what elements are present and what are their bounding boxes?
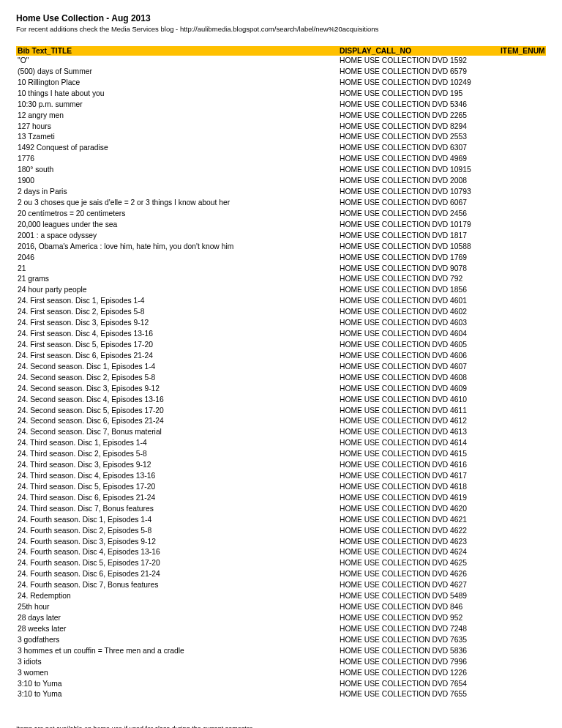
cell-callno: HOME USE COLLECTION DVD 7655 [340,689,501,700]
cell-callno: HOME USE COLLECTION DVD 5346 [340,100,501,111]
cell-title: 24. Fourth season. Disc 5, Episodes 17-2… [18,558,340,569]
cell-enum [501,558,544,569]
cell-callno: HOME USE COLLECTION DVD 6307 [340,143,501,154]
cell-enum [501,100,544,111]
cell-title: 21 [18,264,340,275]
cell-callno: HOME USE COLLECTION DVD 846 [340,602,501,613]
cell-callno: HOME USE COLLECTION DVD 1592 [340,56,501,67]
table-row: 24. Second season. Disc 7, Bonus materia… [16,427,546,438]
table-row: 3:10 to YumaHOME USE COLLECTION DVD 7654 [16,679,546,690]
cell-title: 24. Fourth season. Disc 1, Episodes 1-4 [18,515,340,526]
cell-callno: HOME USE COLLECTION DVD 4626 [340,569,501,580]
cell-title: 1776 [18,154,340,165]
cell-enum [501,493,544,504]
cell-callno: HOME USE COLLECTION DVD 4617 [340,471,501,482]
cell-callno: HOME USE COLLECTION DVD 7635 [340,635,501,646]
cell-callno: HOME USE COLLECTION DVD 4605 [340,340,501,351]
cell-callno: HOME USE COLLECTION DVD 4613 [340,427,501,438]
cell-enum [501,122,544,133]
cell-title: 24. Third season. Disc 1, Episodes 1-4 [18,438,340,449]
footer-note: Items are not available on home use if u… [16,725,546,728]
table-row: 180° southHOME USE COLLECTION DVD 10915 [16,165,546,176]
table-row: 24. Third season. Disc 6, Episodes 21-24… [16,493,546,504]
cell-enum [501,416,544,427]
cell-enum [501,438,544,449]
cell-title: 3 hommes et un couffin = Three men and a… [18,646,340,657]
table-row: 24 hour party peopleHOME USE COLLECTION … [16,285,546,296]
cell-callno: HOME USE COLLECTION DVD 2553 [340,132,501,143]
cell-enum [501,89,544,100]
table-row: 3 womenHOME USE COLLECTION DVD 1226 [16,668,546,679]
table-row: 24. Third season. Disc 1, Episodes 1-4HO… [16,438,546,449]
cell-callno: HOME USE COLLECTION DVD 2456 [340,209,501,220]
table-row: 24. First season. Disc 3, Episodes 9-12H… [16,318,546,329]
cell-enum [501,198,544,209]
cell-callno: HOME USE COLLECTION DVD 4627 [340,580,501,591]
cell-title: 10:30 p.m. summer [18,100,340,111]
cell-callno: HOME USE COLLECTION DVD 4619 [340,493,501,504]
table-row: 24. Fourth season. Disc 3, Episodes 9-12… [16,537,546,548]
table-row: 24. Fourth season. Disc 6, Episodes 21-2… [16,569,546,580]
cell-enum [501,657,544,668]
table-header-row: Bib Text_TITLE DISPLAY_CALL_NO ITEM_ENUM [16,46,546,56]
table-row: 24. First season. Disc 1, Episodes 1-4HO… [16,296,546,307]
cell-title: 24. Second season. Disc 6, Episodes 21-2… [18,416,340,427]
cell-callno: HOME USE COLLECTION DVD 4623 [340,537,501,548]
cell-title: (500) days of Summer [18,67,340,78]
cell-title: 24. First season. Disc 5, Episodes 17-20 [18,340,340,351]
cell-title: 28 days later [18,613,340,624]
cell-callno: HOME USE COLLECTION DVD 4601 [340,296,501,307]
table-row: 12 angry menHOME USE COLLECTION DVD 2265 [16,111,546,122]
cell-title: 24. First season. Disc 1, Episodes 1-4 [18,296,340,307]
table-row: 24. Second season. Disc 1, Episodes 1-4H… [16,362,546,373]
cell-enum [501,395,544,406]
cell-enum [501,646,544,657]
cell-enum [501,143,544,154]
cell-enum [501,580,544,591]
cell-enum [501,624,544,635]
table-row: 25th hourHOME USE COLLECTION DVD 846 [16,602,546,613]
table-row: 3 godfathersHOME USE COLLECTION DVD 7635 [16,635,546,646]
cell-callno: HOME USE COLLECTION DVD 2008 [340,176,501,187]
cell-title: 24. Third season. Disc 7, Bonus features [18,504,340,515]
table-row: 1492 Conquest of paradiseHOME USE COLLEC… [16,143,546,154]
cell-enum [501,679,544,690]
cell-callno: HOME USE COLLECTION DVD 4622 [340,526,501,537]
cell-enum [501,668,544,679]
cell-title: 24. Fourth season. Disc 6, Episodes 21-2… [18,569,340,580]
cell-enum [501,526,544,537]
cell-enum [501,471,544,482]
cell-title: 25th hour [18,602,340,613]
document-subtitle: For recent additions check the Media Ser… [16,25,546,33]
cell-callno: HOME USE COLLECTION DVD 5836 [340,646,501,657]
table-row: 24. Third season. Disc 3, Episodes 9-12H… [16,460,546,471]
cell-title: 24. Third season. Disc 5, Episodes 17-20 [18,482,340,493]
table-row: 2016, Obama's America : love him, hate h… [16,242,546,253]
cell-callno: HOME USE COLLECTION DVD 4607 [340,362,501,373]
cell-title: 3 idiots [18,657,340,668]
cell-title: 24 hour party people [18,285,340,296]
cell-title: 2 days in Paris [18,187,340,198]
cell-title: 24. First season. Disc 4, Episodes 13-16 [18,329,340,340]
cell-title: 24. Second season. Disc 1, Episodes 1-4 [18,362,340,373]
table-row: 24. Fourth season. Disc 4, Episodes 13-1… [16,547,546,558]
cell-title: 2046 [18,253,340,264]
cell-enum [501,602,544,613]
cell-title: 24. Fourth season. Disc 2, Episodes 5-8 [18,526,340,537]
cell-callno: HOME USE COLLECTION DVD 4969 [340,154,501,165]
cell-callno: HOME USE COLLECTION DVD 6579 [340,67,501,78]
cell-title: 24. First season. Disc 3, Episodes 9-12 [18,318,340,329]
cell-title: 24. Second season. Disc 2, Episodes 5-8 [18,373,340,384]
table-row: 24. Second season. Disc 5, Episodes 17-2… [16,406,546,417]
cell-title: 24. First season. Disc 6, Episodes 21-24 [18,351,340,362]
cell-enum [501,318,544,329]
cell-enum [501,296,544,307]
cell-enum [501,253,544,264]
cell-enum [501,209,544,220]
table-row: 24. First season. Disc 6, Episodes 21-24… [16,351,546,362]
cell-enum [501,285,544,296]
table-row: 24. Second season. Disc 4, Episodes 13-1… [16,395,546,406]
table-row: 24. Fourth season. Disc 1, Episodes 1-4H… [16,515,546,526]
cell-enum [501,176,544,187]
cell-title: 24. Second season. Disc 5, Episodes 17-2… [18,406,340,417]
